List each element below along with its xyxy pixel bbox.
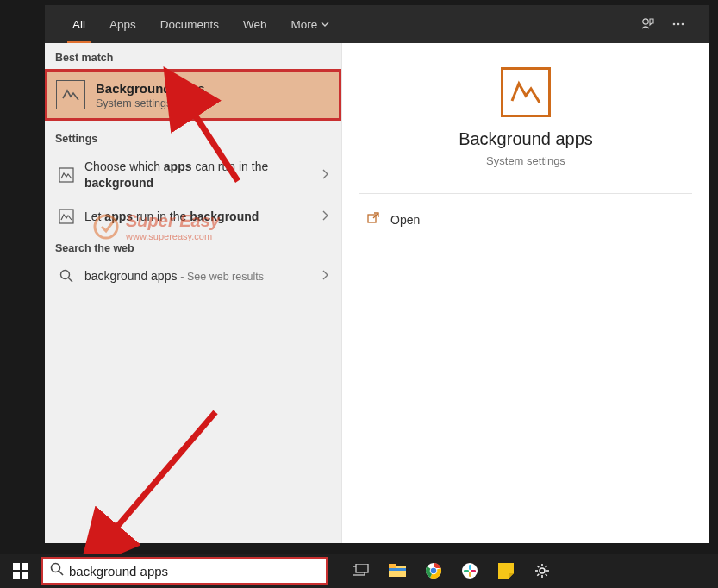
open-label: Open [390, 213, 420, 227]
svg-point-1 [673, 23, 676, 26]
best-match-result[interactable]: Background apps System settings [45, 69, 341, 121]
tab-apps[interactable]: Apps [97, 5, 148, 43]
svg-point-6 [61, 271, 70, 279]
svg-rect-26 [471, 570, 476, 572]
taskbar-pinned-apps [343, 554, 560, 588]
open-external-icon [366, 211, 380, 228]
svg-rect-24 [464, 570, 469, 572]
svg-point-2 [677, 23, 680, 26]
taskview-icon[interactable] [343, 554, 379, 588]
results-left-column: Best match Background apps System settin… [45, 43, 341, 543]
tab-more-label: More [291, 18, 318, 31]
web-result-text: background apps - See web results [84, 268, 321, 285]
svg-point-0 [643, 19, 648, 24]
svg-rect-17 [389, 564, 396, 568]
svg-point-13 [52, 564, 60, 572]
more-options-icon[interactable] [663, 9, 694, 40]
svg-rect-9 [13, 563, 20, 570]
svg-rect-25 [469, 572, 471, 577]
chrome-icon[interactable] [415, 554, 452, 588]
settings-display-icon [57, 167, 76, 183]
search-filter-tabs: All Apps Documents Web More [45, 5, 709, 43]
settings-result-let-apps[interactable]: Let apps run in the background [45, 200, 341, 234]
search-icon [57, 269, 76, 283]
svg-rect-5 [59, 210, 73, 223]
section-best-match: Best match [45, 43, 341, 69]
detail-title: Background apps [459, 129, 593, 149]
svg-rect-4 [59, 168, 73, 182]
chevron-right-icon [321, 269, 329, 283]
svg-rect-7 [368, 215, 376, 222]
svg-point-27 [540, 568, 545, 573]
svg-rect-23 [469, 565, 471, 570]
chevron-right-icon [321, 210, 329, 223]
tab-web[interactable]: Web [231, 5, 279, 43]
slack-icon[interactable] [452, 554, 488, 588]
tab-all[interactable]: All [60, 5, 97, 43]
settings-result-text: Choose which apps can run in the backgro… [84, 159, 321, 191]
settings-result-choose-apps[interactable]: Choose which apps can run in the backgro… [45, 150, 341, 200]
file-explorer-icon[interactable] [379, 554, 415, 588]
search-icon [50, 562, 64, 579]
detail-header: Background apps System settings [342, 43, 709, 188]
chevron-down-icon [321, 18, 329, 31]
start-button[interactable] [0, 554, 41, 588]
section-settings: Settings [45, 124, 341, 150]
open-action[interactable]: Open [342, 199, 709, 241]
tab-documents[interactable]: Documents [148, 5, 231, 43]
settings-display-icon [56, 80, 85, 109]
result-detail-panel: Background apps System settings Open [341, 43, 709, 543]
settings-result-text: Let apps run in the background [84, 209, 321, 225]
svg-rect-10 [22, 563, 28, 570]
divider [359, 193, 692, 194]
search-input[interactable] [69, 564, 319, 579]
taskbar-search-box[interactable] [41, 557, 328, 585]
sticky-notes-icon[interactable] [488, 554, 524, 588]
best-match-subtitle: System settings [96, 97, 205, 109]
web-result[interactable]: background apps - See web results [45, 260, 341, 293]
section-search-web: Search the web [45, 234, 341, 260]
settings-gear-icon[interactable] [524, 554, 560, 588]
taskbar [0, 554, 718, 588]
svg-rect-18 [389, 568, 406, 571]
svg-rect-15 [356, 564, 368, 572]
tab-more[interactable]: More [279, 5, 342, 43]
svg-point-3 [682, 23, 684, 26]
search-results-panel: Best match Background apps System settin… [45, 43, 709, 543]
svg-point-21 [431, 568, 437, 574]
svg-rect-11 [13, 572, 20, 579]
chevron-right-icon [321, 168, 329, 182]
best-match-text: Background apps System settings [96, 81, 205, 109]
best-match-title: Background apps [96, 81, 205, 96]
settings-display-icon [57, 209, 76, 224]
result-large-icon [501, 67, 551, 117]
detail-subtitle: System settings [486, 154, 565, 167]
feedback-icon[interactable] [632, 9, 663, 40]
svg-rect-12 [22, 572, 28, 579]
